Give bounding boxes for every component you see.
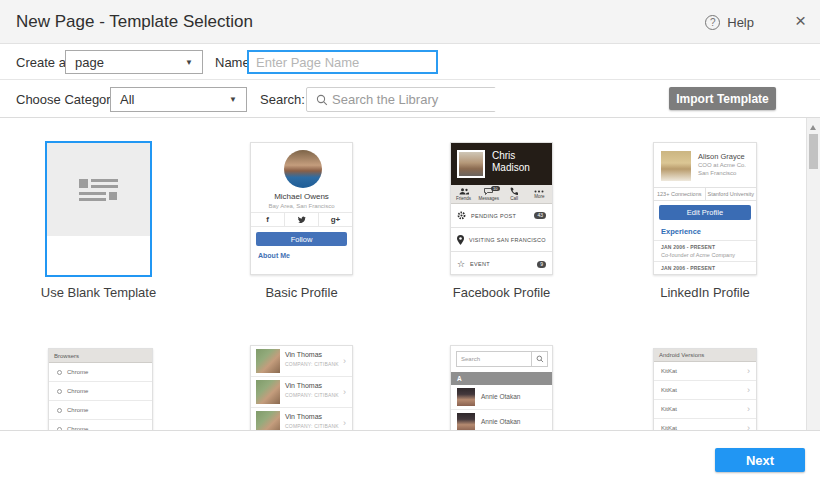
avatar bbox=[284, 150, 322, 188]
follow-button: Follow bbox=[256, 232, 347, 246]
dialog-header: New Page - Template Selection ? Help × bbox=[0, 0, 820, 44]
chevron-right-icon: › bbox=[343, 356, 346, 366]
page-name-input[interactable] bbox=[247, 50, 438, 74]
list-item: Chrome bbox=[49, 363, 152, 382]
import-template-button[interactable]: Import Template bbox=[669, 87, 776, 110]
blank-placeholder-icon bbox=[79, 179, 118, 201]
template-card-directory-list[interactable]: Search A Annie Otakan Annie Otakan bbox=[450, 345, 553, 431]
template-card-facebook-profile[interactable]: Chris Madison Friends Messages 10 Call bbox=[450, 142, 553, 275]
category-value: All bbox=[120, 92, 134, 107]
chevron-down-icon: ▼ bbox=[185, 58, 193, 67]
scroll-up-icon[interactable] bbox=[810, 125, 816, 130]
create-type-select[interactable]: page ▼ bbox=[65, 50, 203, 74]
profile-title: COO at Acme Co. bbox=[698, 162, 746, 168]
next-button[interactable]: Next bbox=[715, 448, 805, 472]
dialog-title: New Page - Template Selection bbox=[16, 0, 253, 44]
help-button[interactable]: ? Help bbox=[705, 0, 754, 44]
list-item: KitKat› bbox=[654, 362, 756, 381]
facebook-item-event: ☆ EVENT 9 bbox=[451, 252, 552, 275]
avatar bbox=[256, 411, 280, 431]
search-icon bbox=[531, 352, 547, 366]
avatar bbox=[457, 150, 485, 178]
gear-icon bbox=[457, 211, 466, 220]
list-item: Vin Thomas COMPANY: CITIBANK › bbox=[251, 377, 352, 408]
blank-template-preview bbox=[47, 143, 150, 236]
avatar bbox=[256, 380, 280, 404]
list-item: Annie Otakan bbox=[451, 410, 552, 431]
event-badge: 9 bbox=[537, 261, 546, 268]
help-label: Help bbox=[727, 15, 754, 30]
school-name: Stanford University bbox=[706, 188, 757, 200]
template-card-android-versions[interactable]: Android Versions KitKat› KitKat› KitKat›… bbox=[653, 348, 757, 431]
chevron-right-icon: › bbox=[747, 423, 750, 431]
connections-count: 123+ Connections bbox=[654, 188, 706, 200]
create-a-label: Create a bbox=[16, 55, 66, 70]
library-search-input[interactable] bbox=[328, 88, 512, 111]
call-icon bbox=[510, 187, 518, 195]
template-card-browsers-list[interactable]: Browsers Chrome Chrome Chrome Chrome bbox=[48, 348, 153, 431]
scrollbar-thumb[interactable] bbox=[809, 134, 818, 169]
mini-search-box: Search bbox=[456, 351, 548, 367]
chevron-right-icon: › bbox=[343, 418, 346, 428]
template-selection-dialog: New Page - Template Selection ? Help × C… bbox=[0, 0, 820, 484]
create-row: Create a page ▼ Name: bbox=[0, 44, 820, 80]
list-header: Browsers bbox=[49, 349, 152, 363]
twitter-icon bbox=[284, 213, 319, 226]
list-item: Chrome bbox=[49, 420, 152, 431]
template-card-basic-profile[interactable]: Michael Owens Bay Area, San Francisco f … bbox=[250, 142, 353, 275]
template-card-contacts-list[interactable]: Vin Thomas COMPANY: CITIBANK › Vin Thoma… bbox=[250, 345, 353, 431]
messages-badge: 10 bbox=[491, 186, 499, 191]
facebook-item-pending-post: PENDING POST 43 bbox=[451, 204, 552, 228]
more-nav: More bbox=[527, 185, 552, 203]
profile-name: Alison Grayce bbox=[698, 152, 745, 161]
list-item: KitKat› bbox=[654, 381, 756, 400]
edit-profile-button: Edit Profile bbox=[659, 205, 751, 220]
search-label: Search: bbox=[260, 92, 305, 107]
experience-role: Co-founder of Acme Company bbox=[661, 252, 735, 258]
profile-location: Bay Area, San Francisco bbox=[251, 203, 352, 209]
section-header: A bbox=[451, 372, 552, 385]
star-icon: ☆ bbox=[457, 260, 465, 269]
list-item: Chrome bbox=[49, 382, 152, 401]
experience-date: JAN 2006 - PRESENT bbox=[661, 244, 715, 250]
divider bbox=[654, 240, 756, 241]
list-item: Vin Thomas COMPANY: CITIBANK › bbox=[251, 408, 352, 431]
friends-icon bbox=[459, 188, 469, 195]
template-label-linkedin-profile: LinkedIn Profile bbox=[653, 285, 757, 300]
chevron-right-icon: › bbox=[747, 385, 750, 395]
experience-date: JAN 2006 - PRESENT bbox=[661, 265, 715, 271]
close-icon[interactable]: × bbox=[795, 0, 806, 42]
template-grid: Use Blank Template Michael Owens Bay Are… bbox=[0, 118, 820, 431]
radio-icon bbox=[57, 389, 62, 394]
chevron-down-icon: ▼ bbox=[229, 95, 237, 104]
library-search-box bbox=[306, 87, 496, 112]
list-item: KitKat› bbox=[654, 400, 756, 419]
list-item: Vin Thomas COMPANY: CITIBANK › bbox=[251, 346, 352, 377]
facebook-icon: f bbox=[251, 213, 284, 226]
avatar bbox=[457, 388, 475, 406]
template-label-basic-profile: Basic Profile bbox=[250, 285, 353, 300]
profile-name: Michael Owens bbox=[251, 192, 352, 201]
category-select[interactable]: All ▼ bbox=[110, 87, 247, 112]
template-card-linkedin-profile[interactable]: Alison Grayce COO at Acme Co. San Franci… bbox=[653, 142, 757, 275]
chevron-right-icon: › bbox=[747, 366, 750, 376]
template-card-blank[interactable] bbox=[45, 141, 152, 277]
location-pin-icon bbox=[457, 235, 464, 245]
profile-location: San Francisco bbox=[698, 170, 736, 176]
more-icon bbox=[534, 190, 544, 193]
scrollbar[interactable] bbox=[806, 118, 820, 431]
list-item: KitKat› bbox=[654, 419, 756, 431]
pending-post-badge: 43 bbox=[534, 212, 546, 219]
dialog-footer: Next bbox=[0, 431, 820, 484]
avatar bbox=[457, 413, 475, 431]
facebook-nav-bar: Friends Messages 10 Call More bbox=[451, 185, 552, 204]
avatar bbox=[661, 151, 691, 181]
mini-search-placeholder: Search bbox=[457, 352, 531, 366]
filter-row: Choose Category: All ▼ Search: Import Te… bbox=[0, 80, 820, 118]
social-bar: f g+ bbox=[251, 212, 352, 227]
friends-nav: Friends bbox=[451, 185, 476, 203]
experience-heading: Experience bbox=[661, 227, 701, 236]
profile-name: Chris Madison bbox=[492, 150, 548, 174]
help-icon: ? bbox=[705, 15, 720, 30]
facebook-item-visiting: VISITING SAN FRANCISCO bbox=[451, 228, 552, 252]
